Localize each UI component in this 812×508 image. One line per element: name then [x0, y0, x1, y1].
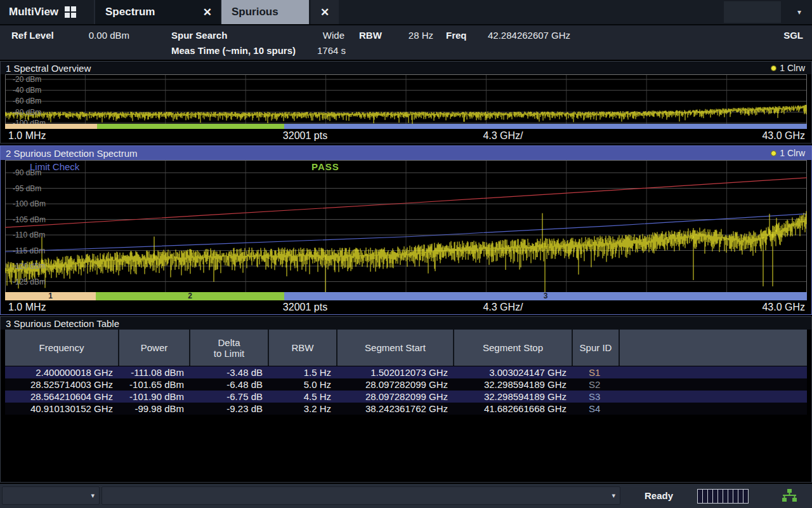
table-cell: 41.682661668 GHz — [454, 403, 573, 415]
axis2-stop-freq: 43.0 GHz — [762, 301, 805, 314]
dropdown-arrow-icon[interactable]: ▾ — [612, 491, 615, 500]
window1-trace-tag[interactable]: 1 Clrw — [771, 63, 805, 73]
table-cell: -101.90 dBm — [119, 391, 190, 403]
axis1-per-div: 4.3 GHz/ — [452, 130, 554, 142]
axis2-start-freq: 1.0 MHz — [8, 301, 46, 314]
window-spurious-table: 3 Spurious Detection Table FrequencyPowe… — [0, 316, 812, 483]
ref-level-value[interactable]: 0.00 dBm — [66, 29, 129, 43]
measurement-progress-bar — [698, 489, 749, 504]
svg-text:-110 dBm: -110 dBm — [13, 231, 45, 239]
svg-text:-120 dBm: -120 dBm — [13, 262, 46, 271]
trace1-label: 1 Clrw — [780, 63, 805, 73]
table-row-filler — [620, 366, 807, 378]
analyzer-screen: MultiView Spectrum ✕ Spurious ✕ ▾ Ref Le… — [0, 0, 812, 508]
axis2-per-div: 4.3 GHz/ — [452, 301, 554, 314]
tab-multiview[interactable]: MultiView — [0, 0, 94, 24]
window1-title: 1 Spectral Overview — [6, 63, 91, 74]
limit-check-result: PASS — [311, 161, 339, 172]
channel-settings-bar: Ref Level 0.00 dBm Spur Search Wide RBW … — [0, 25, 812, 61]
svg-text:-60 dBm: -60 dBm — [13, 97, 41, 105]
axis1-sweep-points: 32001 pts — [254, 130, 356, 142]
svg-text:-20 dBm: -20 dBm — [13, 75, 41, 84]
table-row-filler — [620, 391, 807, 403]
table-column-header: Segment Stop — [454, 330, 573, 366]
table-cell: 3.2 Hz — [269, 403, 337, 415]
tab-spectrum[interactable]: Spectrum ✕ — [94, 0, 220, 24]
window3-title-bar[interactable]: 3 Spurious Detection Table — [1, 317, 811, 330]
spur-id-cell: S4 — [573, 403, 620, 415]
table-cell: 32.298594189 GHz — [454, 378, 573, 391]
window2-axis-row: 1.0 MHz 32001 pts 4.3 GHz/ 43.0 GHz — [1, 300, 811, 314]
table-cell: 32.298594189 GHz — [454, 391, 573, 403]
svg-text:-95 dBm: -95 dBm — [13, 184, 41, 193]
window1-graph[interactable]: -20 dBm-40 dBm-60 dBm-80 dBm-100 dBm — [1, 74, 811, 129]
window3-title: 3 Spurious Detection Table — [6, 318, 119, 329]
axis1-stop-freq: 43.0 GHz — [762, 130, 805, 142]
trace2-label: 1 Clrw — [780, 148, 805, 158]
softkey-dropdown-left[interactable]: ▾ — [2, 486, 100, 505]
table-cell: 40.910130152 GHz — [5, 403, 119, 415]
dropdown-arrow-icon[interactable]: ▾ — [91, 491, 95, 500]
table-cell: -9.23 dB — [190, 403, 269, 415]
axis2-sweep-points: 32001 pts — [254, 301, 356, 314]
tab-bar-spacer — [724, 1, 781, 23]
tab-spurious-label: Spurious — [232, 6, 278, 18]
spur-id-cell: S3 — [573, 391, 620, 403]
axis1-start-freq: 1.0 MHz — [8, 130, 46, 142]
table-column-header: Spur ID — [573, 330, 620, 366]
window2-trace-tag[interactable]: 1 Clrw — [771, 148, 805, 158]
window1-plot: -20 dBm-40 dBm-60 dBm-80 dBm-100 dBm — [5, 74, 807, 129]
progress-cell — [743, 489, 749, 504]
trace2-color-dot-icon — [771, 150, 776, 156]
tab-spurious[interactable]: Spurious — [221, 0, 309, 24]
tab-spurious-close-icon[interactable]: ✕ — [311, 0, 339, 24]
table-column-header: Frequency — [5, 330, 119, 366]
table-column-header: Segment Start — [337, 330, 454, 366]
svg-text:-40 dBm: -40 dBm — [13, 86, 41, 95]
table-column-header: Delta to Limit — [190, 330, 269, 366]
table-row-spur-S1[interactable]: 2.400000018 GHz-111.08 dBm-3.48 dB1.5 Hz… — [5, 366, 807, 378]
network-status-icon — [780, 488, 798, 505]
spur-id-cell: S1 — [573, 366, 620, 378]
window1-title-bar[interactable]: 1 Spectral Overview 1 Clrw — [1, 62, 811, 74]
table-row-spur-S4[interactable]: 40.910130152 GHz-99.98 dBm-9.23 dB3.2 Hz… — [5, 403, 807, 415]
frequency-segment — [5, 124, 97, 129]
tab-spectrum-close-icon[interactable]: ✕ — [203, 6, 212, 19]
frequency-segment-3: 3 — [284, 292, 807, 300]
table-cell: -6.75 dB — [190, 391, 269, 403]
tab-spectrum-label: Spectrum — [105, 6, 155, 18]
meas-time-label: Meas Time (~min, 10 spurs) — [171, 44, 296, 58]
frequency-segment-2: 2 — [96, 292, 284, 300]
table-cell: 4.5 Hz — [269, 391, 337, 403]
meas-time-value[interactable]: 1764 s — [298, 44, 346, 58]
frequency-segment — [284, 124, 807, 129]
table-cell: -111.08 dBm — [119, 366, 190, 378]
window2-title-bar[interactable]: 2 Spurious Detection Spectrum 1 Clrw — [1, 146, 811, 160]
window2-graph[interactable]: -90 dBm-95 dBm-100 dBm-105 dBm-110 dBm-1… — [1, 160, 811, 300]
window-spectral-overview: 1 Spectral Overview 1 Clrw -20 dBm-40 dB… — [0, 61, 812, 144]
spur-id-cell: S2 — [573, 378, 620, 391]
spur-search-value[interactable]: Wide — [294, 29, 344, 43]
table-row-filler — [620, 378, 807, 391]
trace1-color-dot-icon — [771, 65, 776, 71]
table-column-header: Power — [119, 330, 190, 366]
tab-bar-dropdown-icon[interactable]: ▾ — [787, 0, 812, 24]
table-cell: 2.400000018 GHz — [5, 366, 119, 378]
table-cell: -99.98 dBm — [119, 403, 190, 415]
table-cell: 1.502012073 GHz — [337, 366, 454, 378]
table-row-spur-S2[interactable]: 28.525714003 GHz-101.65 dBm-6.48 dB5.0 H… — [5, 378, 807, 391]
rbw-value[interactable]: 28 Hz — [381, 29, 433, 43]
table-header-row: FrequencyPowerDelta to LimitRBWSegment S… — [5, 330, 807, 366]
window2-title: 2 Spurious Detection Spectrum — [6, 148, 138, 159]
frequency-segment — [97, 124, 284, 129]
multiview-grid-icon — [65, 6, 76, 18]
table-cell: 5.0 Hz — [269, 378, 337, 391]
table-row-filler — [620, 403, 807, 415]
window2-plot: -90 dBm-95 dBm-100 dBm-105 dBm-110 dBm-1… — [5, 160, 807, 300]
multiview-label: MultiView — [9, 6, 58, 18]
message-dropdown[interactable]: ▾ — [102, 486, 620, 505]
table-cell: 1.5 Hz — [269, 366, 337, 378]
table-row-spur-S3[interactable]: 28.564210604 GHz-101.90 dBm-6.75 dB4.5 H… — [5, 391, 807, 403]
table-cell: 38.242361762 GHz — [337, 403, 454, 415]
freq-value[interactable]: 42.284262607 GHz — [488, 29, 570, 43]
